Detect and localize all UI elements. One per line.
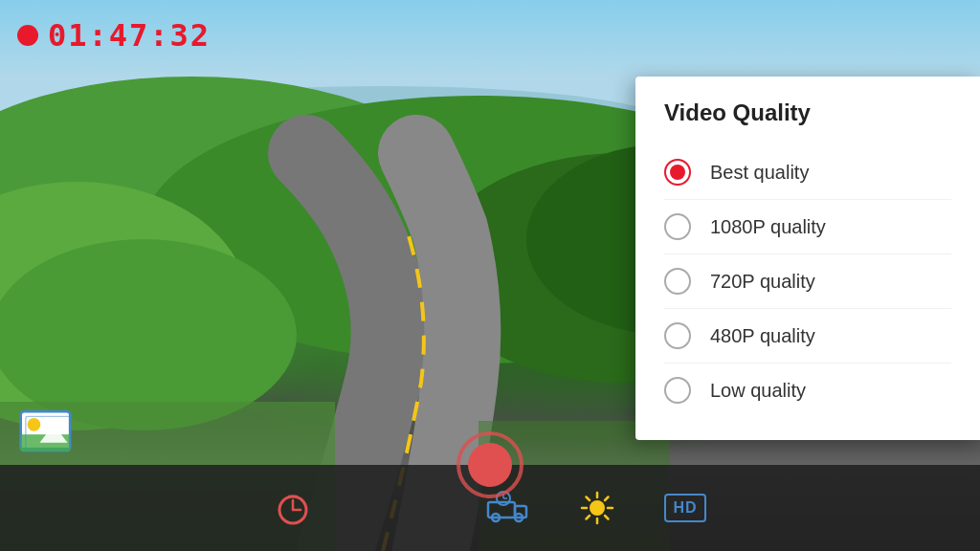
quality-label-1080p: 1080P quality <box>710 216 826 238</box>
hd-badge: HD <box>664 494 705 522</box>
quality-option-480p[interactable]: 480P quality <box>664 309 951 364</box>
radio-best <box>664 159 691 186</box>
quality-panel-title: Video Quality <box>664 99 951 126</box>
svg-line-32 <box>587 497 590 501</box>
quality-label-best: Best quality <box>710 162 809 184</box>
recording-indicator: 01:47:32 <box>17 17 211 54</box>
svg-point-13 <box>28 418 41 431</box>
radio-720p <box>664 268 691 295</box>
quality-option-1080p[interactable]: 1080P quality <box>664 200 951 254</box>
record-button[interactable] <box>457 431 523 498</box>
recording-dot <box>17 25 38 46</box>
radio-low <box>664 377 691 404</box>
gallery-button[interactable] <box>19 408 77 460</box>
timer-icon-button[interactable] <box>274 489 312 527</box>
recording-timer: 01:47:32 <box>48 17 211 54</box>
quality-option-720p[interactable]: 720P quality <box>664 254 951 309</box>
radio-1080p <box>664 213 691 240</box>
video-quality-panel: Video Quality Best quality 1080P quality… <box>635 77 980 440</box>
quality-option-best[interactable]: Best quality <box>664 145 951 200</box>
record-button-container <box>457 431 523 498</box>
svg-line-35 <box>587 516 590 519</box>
quality-option-low[interactable]: Low quality <box>664 364 951 417</box>
quality-label-480p: 480P quality <box>710 325 815 347</box>
quality-label-720p: 720P quality <box>710 271 815 293</box>
brightness-icon-button[interactable] <box>578 489 616 527</box>
svg-point-27 <box>590 500 605 516</box>
record-button-inner <box>468 443 512 487</box>
quality-label-low: Low quality <box>710 380 806 402</box>
radio-inner-best <box>670 165 685 180</box>
radio-480p <box>664 322 691 349</box>
svg-line-34 <box>605 497 609 501</box>
hd-icon-button[interactable]: HD <box>664 494 705 522</box>
svg-line-33 <box>605 516 609 519</box>
